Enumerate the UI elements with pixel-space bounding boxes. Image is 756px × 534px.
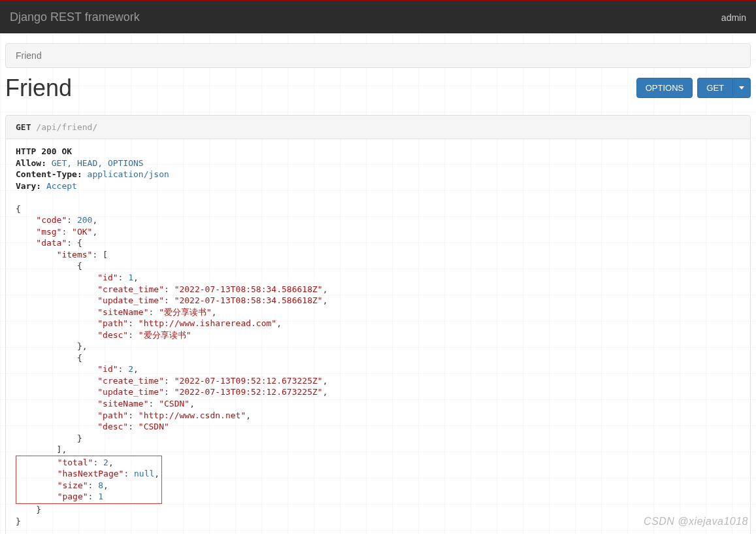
get-dropdown-button[interactable] [732, 78, 751, 98]
json-value: "2022-07-13T09:52:12.673225Z" [174, 376, 323, 386]
header-row: Friend OPTIONS GET [5, 78, 751, 102]
navbar-brand[interactable]: Django REST framework [10, 10, 140, 24]
allow-value: GET, HEAD, OPTIONS [52, 158, 144, 168]
vary-value: Accept [46, 181, 77, 191]
caret-down-icon [739, 86, 744, 90]
request-method: GET [16, 122, 31, 132]
json-key: "siteName" [97, 307, 148, 317]
json-key: "path" [97, 318, 128, 328]
json-key: "code" [36, 215, 67, 225]
json-key: "id" [97, 273, 118, 282]
json-key: "path" [97, 410, 128, 420]
json-value: 1 [98, 492, 103, 501]
json-key: "total" [58, 458, 93, 467]
json-key: "msg" [36, 227, 61, 237]
json-value: "CSDN" [159, 399, 189, 409]
json-value: "http://www.ishareread.com" [139, 318, 276, 328]
json-value: "2022-07-13T08:58:34.586618Z" [174, 284, 323, 294]
status-line: HTTP 200 OK [16, 146, 72, 156]
json-value: "2022-07-13T09:52:12.673225Z" [174, 387, 323, 397]
json-value: 2 [103, 458, 108, 467]
json-key: "items" [57, 250, 93, 259]
response-box: HTTP 200 OK Allow: GET, HEAD, OPTIONS Co… [5, 139, 751, 534]
json-value: 2 [128, 364, 133, 374]
content-type-label: Content-Type: [16, 169, 82, 179]
navbar-user-link[interactable]: admin [721, 12, 746, 23]
allow-label: Allow: [16, 158, 46, 168]
get-button[interactable]: GET [697, 78, 732, 98]
vary-label: Vary: [16, 181, 41, 191]
json-key: "id" [97, 364, 118, 374]
content-type-value: application/json [88, 169, 169, 179]
json-key: "hasNextPage" [58, 469, 124, 478]
json-value: 200 [77, 215, 92, 225]
json-value: "CSDN" [139, 422, 169, 431]
watermark: CSDN @xiejava1018 [644, 516, 748, 527]
json-value: "爱分享读书" [139, 330, 191, 340]
options-button[interactable]: OPTIONS [636, 78, 693, 98]
request-line: GET /api/friend/ [5, 115, 751, 139]
json-value: null [134, 469, 154, 478]
json-key: "update_time" [97, 387, 164, 397]
json-value: 8 [98, 480, 103, 490]
json-key: "desc" [97, 422, 128, 431]
json-value: 1 [128, 273, 133, 282]
json-value: "http://www.csdn.net" [139, 410, 246, 420]
json-key: "siteName" [97, 399, 148, 409]
json-key: "data" [36, 238, 67, 248]
breadcrumb: Friend [5, 43, 751, 68]
request-path: /api/friend/ [31, 122, 97, 132]
json-value: "2022-07-13T08:58:34.586618Z" [174, 295, 323, 305]
action-buttons: OPTIONS GET [636, 78, 751, 98]
json-value: "爱分享读书" [159, 307, 212, 317]
json-key: "page" [58, 492, 88, 501]
json-key: "size" [58, 480, 88, 490]
page-title: Friend [5, 75, 72, 102]
highlighted-pagination: "total": 2, "hasNextPage": null, "size":… [16, 456, 162, 504]
breadcrumb-item[interactable]: Friend [16, 50, 42, 61]
get-button-group: GET [697, 78, 751, 98]
json-key: "update_time" [97, 295, 164, 305]
json-value: "OK" [72, 227, 92, 237]
navbar: Django REST framework admin [0, 1, 756, 33]
json-key: "create_time" [97, 376, 164, 386]
json-key: "create_time" [97, 284, 164, 294]
json-key: "desc" [97, 330, 128, 340]
